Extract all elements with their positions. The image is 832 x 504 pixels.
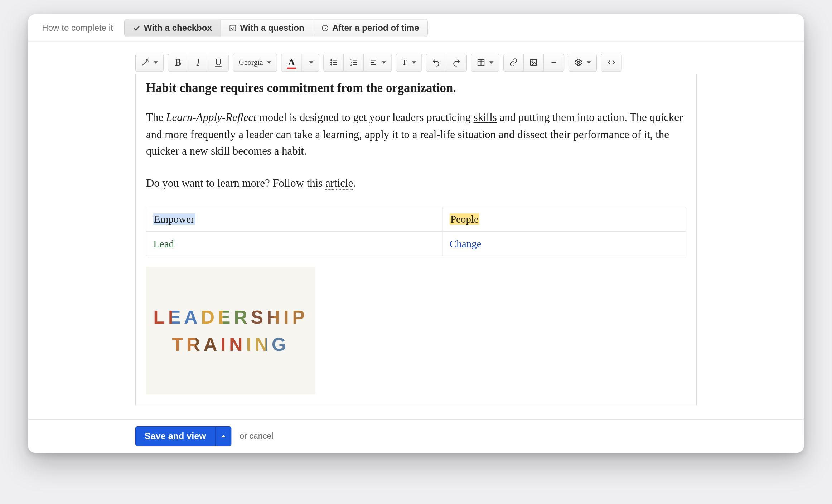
completion-label: How to complete it	[42, 23, 113, 33]
clock-icon	[321, 24, 329, 32]
link-button[interactable]	[504, 54, 524, 71]
cancel-link[interactable]: cancel	[249, 431, 273, 440]
completion-with-checkbox[interactable]: With a checkbox	[125, 19, 221, 36]
content-paragraph-2: Do you want to learn more? Follow this a…	[146, 175, 686, 192]
table-cell[interactable]: Lead	[146, 231, 442, 256]
chevron-down-icon	[267, 61, 271, 64]
numbered-list-icon: 123	[350, 58, 358, 67]
svg-text:3: 3	[350, 63, 352, 66]
model-name: Learn-Apply-Reflect	[166, 111, 256, 123]
chevron-down-icon	[587, 61, 591, 64]
cancel-area: or cancel	[240, 431, 273, 441]
toolbar-group-lists: 123	[324, 54, 392, 72]
svg-point-6	[331, 64, 332, 65]
toolbar-group-insert	[503, 54, 564, 72]
wand-icon	[141, 58, 149, 67]
save-split-button: Save and view	[135, 426, 231, 446]
style-menu-button[interactable]	[136, 54, 163, 71]
completion-segmented: With a checkbox With a question After a …	[124, 19, 428, 37]
toolbar-group-history	[426, 54, 467, 72]
save-menu-button[interactable]	[216, 426, 231, 446]
chevron-up-icon	[221, 435, 226, 437]
content-heading: Habit change requires commitment from th…	[146, 81, 686, 95]
toolbar-group-table	[471, 54, 499, 72]
toolbar-group-format: B I U	[168, 54, 229, 72]
editor: B I U Georgia A	[28, 41, 804, 405]
table-icon	[477, 58, 485, 67]
bullet-list-button[interactable]	[324, 54, 344, 71]
skills-link[interactable]: skills	[474, 111, 497, 123]
toolbar-group-lineheight: T|	[396, 54, 422, 72]
table-row: Empower People	[146, 207, 686, 232]
toolbar-group-settings	[569, 54, 597, 72]
chevron-down-icon	[382, 61, 386, 64]
svg-point-2	[331, 60, 332, 61]
article-link[interactable]: article	[325, 177, 353, 190]
toolbar-group-font: Georgia	[233, 54, 277, 72]
chevron-down-icon	[309, 61, 314, 64]
line-height-icon: T|	[402, 58, 408, 67]
svg-point-23	[577, 61, 580, 63]
table-button[interactable]	[471, 54, 499, 71]
toolbar-group-color: A	[281, 54, 319, 72]
table-row: Lead Change	[146, 231, 686, 256]
image-button[interactable]	[524, 54, 544, 71]
text-color-sample: A	[288, 57, 295, 68]
align-button[interactable]	[364, 54, 392, 71]
settings-button[interactable]	[569, 54, 596, 71]
checkbox-icon	[229, 24, 236, 32]
content-image[interactable]: LEADERSHIP TRAINING	[146, 266, 315, 394]
table-cell[interactable]: People	[442, 207, 686, 232]
save-button[interactable]: Save and view	[135, 426, 216, 446]
editor-footer: Save and view or cancel	[28, 419, 804, 453]
gear-icon	[574, 58, 582, 67]
svg-point-21	[532, 61, 533, 62]
table-cell[interactable]: Change	[442, 231, 686, 256]
code-view-button[interactable]	[601, 54, 621, 71]
toolbar-group-code	[601, 54, 621, 72]
bold-button[interactable]: B	[168, 54, 188, 71]
hr-button[interactable]	[544, 54, 564, 71]
completion-with-question[interactable]: With a question	[221, 19, 313, 36]
svg-rect-0	[230, 25, 236, 31]
line-height-button[interactable]: T|	[396, 54, 421, 71]
numbered-list-button[interactable]: 123	[344, 54, 364, 71]
editor-window: How to complete it With a checkbox With …	[28, 14, 804, 453]
editor-toolbar: B I U Georgia A	[135, 54, 697, 72]
link-icon	[509, 58, 518, 67]
redo-icon	[452, 58, 460, 67]
chevron-down-icon	[412, 61, 416, 64]
undo-button[interactable]	[426, 54, 446, 71]
content-paragraph-1: The Learn-Apply-Reflect model is designe…	[146, 109, 686, 160]
completion-option-label: With a checkbox	[144, 23, 212, 33]
text-color-button[interactable]: A	[282, 54, 302, 71]
align-icon	[369, 58, 378, 67]
completion-bar: How to complete it With a checkbox With …	[28, 14, 804, 41]
bullet-list-icon	[330, 58, 338, 67]
image-text-line: LEADERSHIP	[153, 307, 308, 326]
undo-icon	[432, 58, 440, 67]
italic-button[interactable]: I	[188, 54, 208, 71]
redo-button[interactable]	[446, 54, 466, 71]
content-table: Empower People Lead Change	[146, 207, 686, 256]
completion-after-time[interactable]: After a period of time	[313, 19, 427, 36]
completion-option-label: After a period of time	[332, 23, 419, 33]
svg-rect-20	[531, 59, 537, 65]
table-cell[interactable]: Empower	[146, 207, 442, 232]
font-family-label: Georgia	[239, 58, 263, 67]
image-icon	[529, 58, 538, 67]
toolbar-group-style	[135, 54, 164, 72]
text-color-menu[interactable]	[302, 54, 319, 71]
svg-point-4	[331, 62, 332, 63]
font-family-select[interactable]: Georgia	[233, 54, 277, 71]
code-icon	[607, 58, 615, 67]
check-icon	[133, 24, 140, 32]
completion-option-label: With a question	[240, 23, 304, 33]
image-text-line: TRAINING	[172, 335, 290, 353]
editor-content[interactable]: Habit change requires commitment from th…	[135, 74, 697, 405]
underline-button[interactable]: U	[208, 54, 228, 71]
chevron-down-icon	[154, 61, 158, 64]
minus-icon	[550, 58, 558, 67]
chevron-down-icon	[489, 61, 493, 64]
